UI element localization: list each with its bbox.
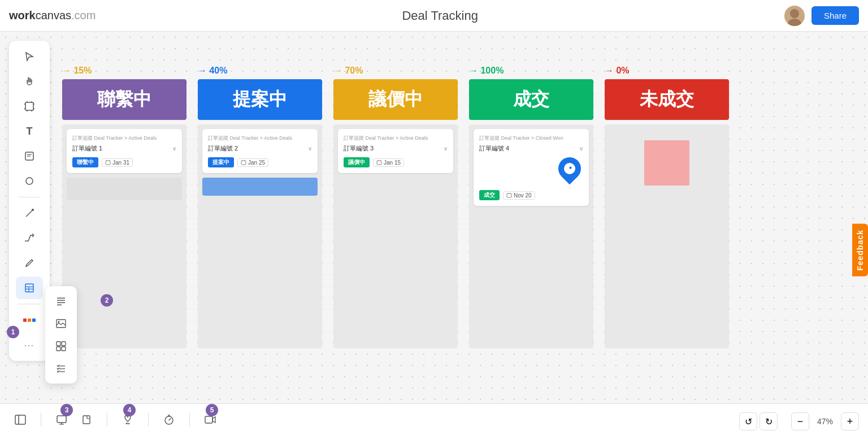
present-group: 3 xyxy=(50,410,98,430)
deal-card-2[interactable]: 訂單追蹤 Deal Tracker > Active Deals 訂單編號 2 … xyxy=(202,129,318,173)
col-chengjiao: → 100% 成交 訂單追蹤 Deal Tracker > Closed Won… xyxy=(469,66,593,348)
toolbar-sep-3 xyxy=(148,413,149,427)
card4-chevron: ∨ xyxy=(579,145,583,152)
svg-rect-43 xyxy=(62,342,66,346)
card2-date: Jan 25 xyxy=(237,158,268,167)
col-tian-body[interactable]: 訂單追蹤 Deal Tracker > Active Deals 訂單編號 2 … xyxy=(198,124,322,348)
col-yijia-body[interactable]: 訂單追蹤 Deal Tracker > Active Deals 訂單編號 3 … xyxy=(333,124,458,348)
svg-line-58 xyxy=(169,419,171,420)
zoom-out-btn[interactable]: − xyxy=(791,412,809,430)
col-tian-banner: 提案中 xyxy=(198,79,322,120)
color-tool[interactable] xyxy=(16,309,43,331)
shape-tool[interactable] xyxy=(16,170,43,192)
page-title: Deal Tracking xyxy=(402,8,478,23)
col-yijia-banner: 議價中 xyxy=(333,79,458,120)
card4-map-container xyxy=(479,157,583,186)
sticky-note xyxy=(644,140,689,186)
header-right: Share xyxy=(784,6,859,26)
card3-breadcrumb: 訂單追蹤 Deal Tracker > Active Deals xyxy=(344,135,448,142)
more-tool[interactable]: ··· xyxy=(16,334,43,356)
submenu-checklist[interactable] xyxy=(50,359,72,379)
frame-tool[interactable] xyxy=(16,95,43,118)
card4-title-row: 訂單編號 4 ∨ xyxy=(479,144,583,153)
map-pin-inner xyxy=(564,163,575,174)
col-weichengjiao-banner: 未成交 xyxy=(605,79,729,120)
submenu-grid[interactable] xyxy=(50,336,72,356)
card2-footer: 提案中 Jan 25 xyxy=(208,157,312,167)
card2-title-row: 訂單編號 2 ∨ xyxy=(208,144,312,153)
submenu-list[interactable] xyxy=(50,291,72,311)
svg-rect-24 xyxy=(106,161,110,165)
col-tian: → 40% 提案中 訂單追蹤 Deal Tracker > Active Dea… xyxy=(198,66,322,348)
logo: workcanvas.com xyxy=(9,9,96,22)
logo-bold: work xyxy=(9,9,36,21)
zoom-controls: ↺ ↻ − 47% + xyxy=(739,412,859,430)
card3-title: 訂單編號 3 xyxy=(344,144,374,153)
undo-btn[interactable]: ↺ xyxy=(739,412,757,430)
svg-rect-23 xyxy=(32,318,36,322)
page-btn[interactable] xyxy=(75,410,98,430)
card1-footer: 聯繫中 Jan 31 xyxy=(72,157,176,167)
text-tool[interactable]: T xyxy=(16,120,43,143)
logo-suffix: .com xyxy=(71,9,96,21)
col-weichengjiao-body[interactable] xyxy=(605,124,729,348)
redo-btn[interactable]: ↻ xyxy=(760,412,778,430)
card3-title-row: 訂單編號 3 ∨ xyxy=(344,144,448,153)
card4-footer: 成交 Nov 20 xyxy=(479,190,583,200)
hand-tool[interactable] xyxy=(16,70,43,93)
toolbar-sep-4 xyxy=(189,413,190,427)
table-tool[interactable] xyxy=(16,277,43,299)
feedback-tab[interactable]: Feedback xyxy=(852,224,868,277)
svg-rect-17 xyxy=(25,284,33,292)
card3-date: Jan 15 xyxy=(373,158,404,167)
avatar-image xyxy=(784,6,805,26)
card4-title: 訂單編號 4 xyxy=(479,144,509,153)
card1-chevron: ∨ xyxy=(172,145,176,152)
deal-card-4[interactable]: 訂單追蹤 Deal Tracker > Closed Won 訂單編號 4 ∨ xyxy=(474,129,589,206)
badge-2: 2 xyxy=(101,294,113,307)
avatar[interactable] xyxy=(784,6,805,26)
col-lianjie-body[interactable]: 訂單追蹤 Deal Tracker > Active Deals 訂單編號 1 … xyxy=(62,124,186,348)
select-tool[interactable] xyxy=(16,45,43,68)
smart-connector[interactable] xyxy=(16,227,43,249)
undo-redo-group: ↺ ↻ xyxy=(739,412,778,430)
card3-status: 議價中 xyxy=(344,157,370,167)
logo-regular: canvas xyxy=(36,9,71,21)
canvas-area[interactable]: → 15% 聯繫中 訂單追蹤 Deal Tracker > Active Dea… xyxy=(0,32,868,435)
pen-tool[interactable] xyxy=(16,252,43,274)
col-yijia: → 70% 議價中 訂單追蹤 Deal Tracker > Active Dea… xyxy=(333,66,458,348)
map-pin-shape xyxy=(554,153,586,185)
card1-breadcrumb: 訂單追蹤 Deal Tracker > Active Deals xyxy=(72,135,176,142)
video-group: 5 xyxy=(199,410,222,430)
svg-rect-59 xyxy=(205,416,212,423)
svg-point-16 xyxy=(32,209,34,211)
badge-5: 5 xyxy=(206,404,218,416)
sticky-tool[interactable] xyxy=(16,145,43,167)
sidebar-toggle-btn[interactable] xyxy=(9,410,32,430)
zoom-in-btn[interactable]: + xyxy=(841,412,859,430)
svg-rect-27 xyxy=(241,161,246,165)
toolbar-sep-2 xyxy=(107,413,107,427)
col-yijia-pct: → 70% xyxy=(333,66,458,76)
card3-chevron: ∨ xyxy=(444,145,448,152)
svg-point-14 xyxy=(26,178,33,184)
col-chengjiao-body[interactable]: 訂單追蹤 Deal Tracker > Closed Won 訂單編號 4 ∨ xyxy=(469,124,593,348)
deal-card-3[interactable]: 訂單追蹤 Deal Tracker > Active Deals 訂單編號 3 … xyxy=(338,129,453,173)
deal-card-1[interactable]: 訂單追蹤 Deal Tracker > Active Deals 訂單編號 1 … xyxy=(67,129,182,173)
card4-status: 成交 xyxy=(479,190,500,200)
share-button[interactable]: Share xyxy=(811,6,859,25)
toolbar-sep-1 xyxy=(41,413,41,427)
col-tian-pct: → 40% xyxy=(198,66,322,76)
line-tool[interactable] xyxy=(16,202,43,225)
submenu-popup xyxy=(45,286,77,384)
svg-rect-22 xyxy=(28,318,31,322)
svg-rect-21 xyxy=(23,318,27,322)
badge-1: 1 xyxy=(7,326,19,338)
timer-btn[interactable] xyxy=(158,410,180,430)
svg-point-1 xyxy=(788,19,801,26)
svg-rect-49 xyxy=(15,415,25,424)
card1-date: Jan 31 xyxy=(102,158,133,167)
submenu-image[interactable] xyxy=(50,313,72,334)
svg-rect-44 xyxy=(57,347,60,351)
kanban-board: → 15% 聯繫中 訂單追蹤 Deal Tracker > Active Dea… xyxy=(62,66,729,348)
